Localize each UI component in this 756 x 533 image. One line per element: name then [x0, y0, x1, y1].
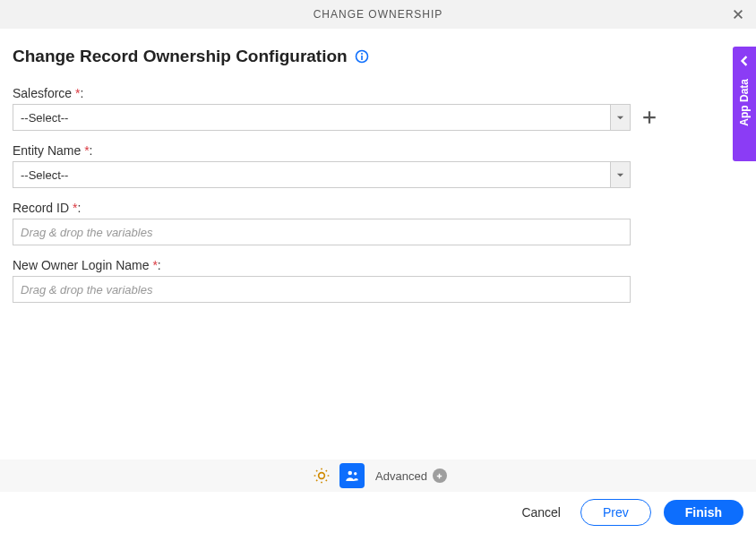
advanced-toggle[interactable]: Advanced — [375, 469, 447, 483]
entity-name-select[interactable]: --Select-- — [13, 161, 631, 188]
app-data-side-tab[interactable]: App Data — [733, 47, 756, 161]
window-title: CHANGE OWNERSHIP — [314, 8, 443, 21]
label-entity-name: Entity Name *: — [13, 143, 743, 158]
required-asterisk: * — [72, 86, 80, 100]
label-new-owner-text: New Owner Login Name — [13, 258, 150, 272]
finish-button[interactable]: Finish — [664, 500, 743, 525]
field-entity-name: Entity Name *: --Select-- — [13, 143, 743, 188]
required-asterisk: * — [69, 201, 77, 215]
chevron-down-icon[interactable] — [610, 105, 630, 130]
label-record-id: Record ID *: — [13, 201, 743, 215]
colon: : — [158, 258, 161, 272]
salesforce-selected-value: --Select-- — [13, 105, 610, 130]
label-new-owner: New Owner Login Name *: — [13, 258, 743, 272]
svg-rect-2 — [361, 56, 363, 60]
field-record-id: Record ID *: — [13, 201, 743, 245]
field-new-owner: New Owner Login Name *: — [13, 258, 743, 303]
svg-point-1 — [361, 53, 363, 55]
close-icon[interactable] — [729, 5, 747, 23]
app-data-label: App Data — [738, 79, 751, 126]
users-icon[interactable] — [339, 463, 365, 488]
colon: : — [90, 143, 93, 158]
window-header: CHANGE OWNERSHIP — [0, 0, 756, 29]
colon: : — [77, 201, 81, 215]
chevron-left-icon — [739, 56, 750, 66]
svg-point-3 — [348, 471, 353, 476]
label-record-id-text: Record ID — [13, 201, 69, 215]
record-id-input[interactable] — [13, 219, 631, 245]
prev-button[interactable]: Prev — [580, 499, 651, 526]
page-title: Change Record Ownership Configuration — [13, 47, 348, 66]
label-entity-name-text: Entity Name — [13, 143, 81, 158]
salesforce-select-row: --Select-- — [13, 104, 743, 131]
chevron-down-icon[interactable] — [610, 162, 630, 187]
advanced-label: Advanced — [375, 469, 427, 483]
footer: Cancel Prev Finish — [0, 492, 756, 533]
field-salesforce: Salesforce *: --Select-- — [13, 86, 743, 131]
salesforce-select[interactable]: --Select-- — [13, 104, 631, 131]
colon: : — [81, 86, 84, 100]
new-owner-input[interactable] — [13, 276, 631, 303]
cancel-button[interactable]: Cancel — [514, 500, 568, 525]
required-asterisk: * — [81, 143, 89, 158]
page-title-row: Change Record Ownership Configuration — [13, 47, 743, 66]
label-salesforce: Salesforce *: — [13, 86, 743, 100]
entity-name-select-row: --Select-- — [13, 161, 743, 188]
entity-name-selected-value: --Select-- — [13, 162, 610, 187]
svg-point-4 — [354, 472, 357, 475]
add-salesforce-button[interactable] — [640, 107, 659, 127]
content-area: Change Record Ownership Configuration Sa… — [0, 29, 756, 303]
label-salesforce-text: Salesforce — [13, 86, 72, 100]
bottom-toolbar: Advanced — [0, 460, 756, 492]
required-asterisk: * — [150, 258, 158, 272]
plus-circle-icon — [433, 469, 447, 483]
gear-icon[interactable] — [309, 463, 334, 488]
info-icon[interactable] — [355, 49, 369, 64]
